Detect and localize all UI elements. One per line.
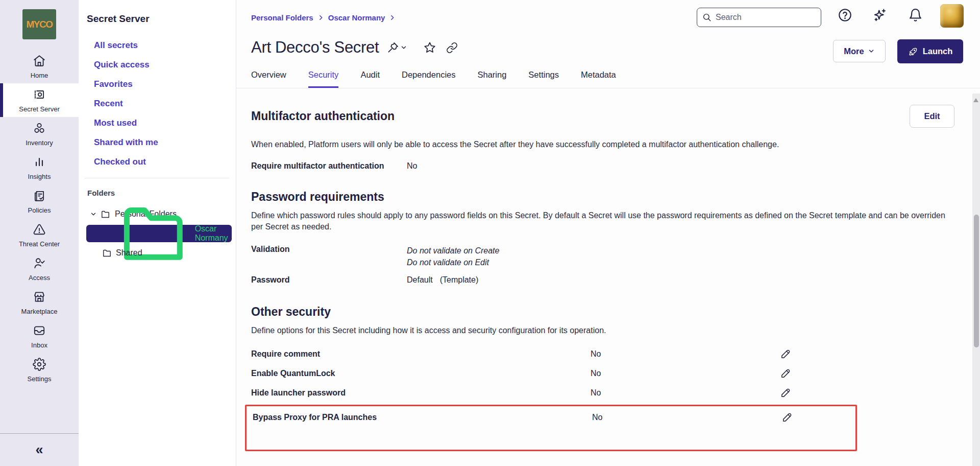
edit-quantumlock-button[interactable]: [780, 367, 792, 380]
tab-bar: Overview Security Audit Dependencies Sha…: [236, 70, 980, 88]
pin-secret-button[interactable]: [387, 41, 399, 54]
rail-item-threat-center[interactable]: Threat Center: [0, 218, 79, 252]
breadcrumb-oscar-normany[interactable]: Oscar Normany: [328, 13, 385, 22]
sidebar-item-shared-with-me[interactable]: Shared with me: [94, 133, 236, 152]
search-input[interactable]: [716, 13, 807, 22]
rail-item-label: Secret Server: [19, 105, 59, 113]
rail-item-label: Marketplace: [21, 308, 58, 315]
content-scrollbar[interactable]: [972, 94, 980, 466]
myco-logo[interactable]: MYCO: [22, 9, 56, 39]
field-label: Password: [251, 275, 407, 285]
help-icon: [838, 8, 852, 22]
folder-icon: [101, 209, 110, 219]
secret-server-icon: [33, 88, 46, 103]
rail-item-settings[interactable]: Settings: [0, 353, 79, 387]
validation-field-row: Validation Do not validate on Create Do …: [251, 245, 949, 268]
launch-button[interactable]: Launch: [897, 39, 963, 63]
inventory-icon: [33, 122, 46, 137]
folder-label: Oscar Normany: [195, 224, 232, 243]
tab-security[interactable]: Security: [308, 70, 339, 88]
tab-dependencies[interactable]: Dependencies: [402, 70, 456, 88]
copy-link-button[interactable]: [446, 42, 458, 54]
chevron-down-icon: [868, 48, 875, 55]
rail-item-label: Inbox: [31, 341, 47, 349]
password-field-row: Password Default(Template): [251, 275, 949, 285]
global-search: [697, 8, 821, 27]
folder-row-oscar-normany-selected[interactable]: Oscar Normany: [86, 225, 232, 242]
launch-button-label: Launch: [923, 46, 953, 56]
pencil-icon: [781, 411, 793, 423]
sidebar-item-recent[interactable]: Recent: [94, 94, 236, 113]
settings-icon: [33, 358, 46, 373]
insights-icon: [33, 155, 46, 171]
sidebar-item-most-used[interactable]: Most used: [94, 113, 236, 133]
highlight-annotation-box: Bypass Proxy for PRA launches No: [245, 405, 857, 451]
tab-overview[interactable]: Overview: [251, 70, 286, 88]
more-button-label: More: [844, 46, 864, 56]
favorite-secret-button[interactable]: [424, 41, 436, 54]
security-tab-content: Multifactor authentication Edit When ena…: [236, 105, 980, 451]
sidebar-item-favorites[interactable]: Favorites: [94, 75, 236, 94]
policies-icon: [33, 189, 46, 204]
rail-item-label: Settings: [28, 375, 52, 383]
tab-settings[interactable]: Settings: [528, 70, 559, 88]
rail-item-inventory[interactable]: Inventory: [0, 117, 79, 151]
chevron-right-icon: [389, 14, 396, 21]
star-icon: [424, 41, 436, 54]
pencil-icon: [780, 387, 792, 399]
sidebar-item-quick-access[interactable]: Quick access: [94, 55, 236, 75]
rail-item-inbox[interactable]: Inbox: [0, 319, 79, 353]
marketplace-icon: [33, 290, 46, 306]
edit-mfa-button[interactable]: Edit: [910, 105, 954, 128]
chevron-right-icon: [317, 14, 324, 21]
help-button[interactable]: [836, 6, 853, 24]
folder-icon: [102, 248, 112, 258]
more-button[interactable]: More: [833, 40, 886, 62]
rail-item-label: Home: [31, 72, 48, 79]
edit-require-comment-button[interactable]: [780, 348, 792, 360]
scrollbar-thumb[interactable]: [974, 215, 979, 347]
rail-item-access[interactable]: Access: [0, 252, 79, 286]
rail-item-policies[interactable]: Policies: [0, 184, 79, 218]
sidebar-divider: [85, 178, 229, 178]
avatar[interactable]: [940, 4, 964, 28]
row-bypass-proxy-pra: Bypass Proxy for PRA launches No: [253, 408, 855, 427]
threat-center-icon: [33, 223, 46, 238]
password-value-source: (Template): [440, 275, 479, 284]
folder-tree: Personal Folders Oscar Normany Shared: [79, 204, 236, 263]
rail-item-secret-server[interactable]: Secret Server: [0, 83, 79, 117]
other-security-description: Define options for this Secret including…: [251, 325, 949, 336]
pin-options-button[interactable]: [399, 44, 407, 51]
notifications-bell-icon: [908, 8, 923, 22]
folder-icon: [116, 196, 191, 271]
field-value: No: [407, 161, 949, 171]
rail-item-marketplace[interactable]: Marketplace: [0, 286, 79, 319]
tab-audit[interactable]: Audit: [360, 70, 380, 88]
tab-metadata[interactable]: Metadata: [581, 70, 616, 88]
inbox-icon: [33, 324, 46, 339]
scrollbar-up-arrow[interactable]: [973, 98, 978, 102]
field-label: Require multifactor authentication: [251, 161, 407, 171]
rocket-icon: [908, 46, 918, 57]
edit-bypass-proxy-button[interactable]: [781, 411, 794, 424]
row-label: Bypass Proxy for PRA launches: [253, 413, 592, 422]
chevron-down-icon: [400, 44, 407, 51]
notifications-button[interactable]: [906, 6, 924, 24]
breadcrumb-personal-folders[interactable]: Personal Folders: [251, 13, 313, 22]
row-value: No: [591, 369, 780, 378]
collapse-chevrons-icon: «: [35, 442, 43, 458]
validation-value-create: Do not validate on Create: [407, 245, 949, 257]
password-requirements-heading: Password requirements: [251, 190, 949, 204]
sidebar-item-all-secrets[interactable]: All secrets: [94, 36, 236, 55]
collapse-sidebar-button[interactable]: «: [0, 433, 79, 466]
chevron-down-icon[interactable]: [90, 211, 97, 218]
ai-assistant-button[interactable]: [871, 6, 888, 24]
rail-item-label: Policies: [28, 206, 51, 214]
ai-sparkle-icon: [872, 8, 887, 22]
edit-hide-launcher-password-button[interactable]: [780, 387, 792, 399]
rail-item-insights[interactable]: Insights: [0, 151, 79, 184]
sidebar-item-checked-out[interactable]: Checked out: [94, 152, 236, 172]
tab-sharing[interactable]: Sharing: [477, 70, 506, 88]
rail-item-home[interactable]: Home: [0, 50, 79, 83]
row-label: Hide launcher password: [251, 388, 591, 398]
